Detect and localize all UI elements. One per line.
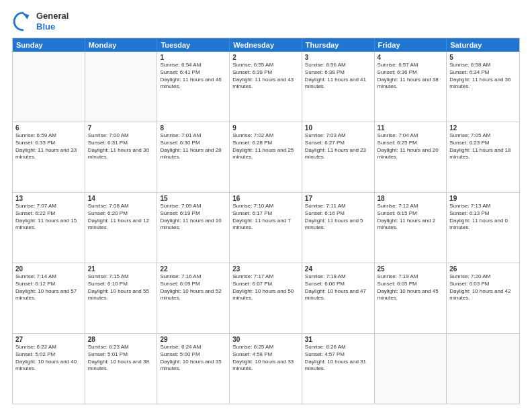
day-number: 18 [378, 195, 444, 202]
calendar-cell-r2c1: 14Sunrise: 7:08 AM Sunset: 6:20 PM Dayli… [85, 193, 158, 263]
cell-info: Sunrise: 6:59 AM Sunset: 6:33 PM Dayligh… [15, 132, 82, 161]
header: General Blue [12, 11, 520, 32]
day-number: 9 [232, 124, 299, 132]
cell-info: Sunrise: 6:23 AM Sunset: 5:01 PM Dayligh… [88, 344, 154, 373]
calendar-cell-r0c0 [13, 52, 85, 122]
day-number: 27 [15, 336, 82, 343]
calendar-cell-r1c6: 12Sunrise: 7:05 AM Sunset: 6:23 PM Dayli… [447, 122, 519, 192]
day-number: 30 [232, 336, 299, 343]
day-number: 15 [160, 195, 226, 202]
day-number: 6 [15, 124, 82, 132]
cell-info: Sunrise: 7:16 AM Sunset: 6:09 PM Dayligh… [160, 273, 226, 302]
day-number: 24 [305, 265, 371, 273]
cell-info: Sunrise: 6:58 AM Sunset: 6:34 PM Dayligh… [449, 62, 517, 91]
calendar-cell-r2c5: 18Sunrise: 7:12 AM Sunset: 6:15 PM Dayli… [375, 193, 447, 263]
cell-info: Sunrise: 7:02 AM Sunset: 6:28 PM Dayligh… [232, 132, 299, 161]
cell-info: Sunrise: 6:22 AM Sunset: 5:02 PM Dayligh… [15, 344, 82, 373]
cell-info: Sunrise: 6:55 AM Sunset: 6:39 PM Dayligh… [232, 62, 299, 91]
calendar-cell-r1c2: 8Sunrise: 7:01 AM Sunset: 6:30 PM Daylig… [157, 122, 230, 192]
header-day-monday: Monday [85, 38, 158, 52]
cell-info: Sunrise: 6:57 AM Sunset: 6:36 PM Dayligh… [378, 62, 444, 91]
calendar-cell-r3c5: 25Sunrise: 7:19 AM Sunset: 6:05 PM Dayli… [375, 263, 447, 333]
cell-info: Sunrise: 7:10 AM Sunset: 6:17 PM Dayligh… [232, 203, 299, 232]
day-number: 25 [378, 265, 444, 273]
calendar-header: SundayMondayTuesdayWednesdayThursdayFrid… [13, 38, 519, 52]
day-number: 7 [88, 124, 154, 132]
day-number: 10 [305, 124, 371, 132]
logo: General Blue [12, 11, 69, 32]
calendar-cell-r0c5: 4Sunrise: 6:57 AM Sunset: 6:36 PM Daylig… [375, 52, 447, 122]
calendar-row-4: 27Sunrise: 6:22 AM Sunset: 5:02 PM Dayli… [13, 334, 519, 404]
day-number: 17 [305, 195, 371, 202]
cell-info: Sunrise: 7:12 AM Sunset: 6:15 PM Dayligh… [378, 203, 444, 232]
day-number: 20 [15, 265, 82, 273]
cell-info: Sunrise: 7:20 AM Sunset: 6:03 PM Dayligh… [449, 273, 517, 302]
day-number: 2 [232, 54, 299, 61]
cell-info: Sunrise: 7:01 AM Sunset: 6:30 PM Dayligh… [160, 132, 226, 161]
calendar-cell-r0c1 [85, 52, 158, 122]
day-number: 31 [305, 336, 371, 343]
day-number: 14 [88, 195, 154, 202]
calendar-cell-r1c1: 7Sunrise: 7:00 AM Sunset: 6:31 PM Daylig… [85, 122, 158, 192]
header-day-tuesday: Tuesday [157, 38, 230, 52]
calendar-cell-r2c3: 16Sunrise: 7:10 AM Sunset: 6:17 PM Dayli… [230, 193, 302, 263]
cell-info: Sunrise: 7:08 AM Sunset: 6:20 PM Dayligh… [88, 203, 154, 232]
day-number: 3 [305, 54, 371, 61]
calendar-cell-r3c1: 21Sunrise: 7:15 AM Sunset: 6:10 PM Dayli… [85, 263, 158, 333]
cell-info: Sunrise: 7:11 AM Sunset: 6:16 PM Dayligh… [305, 203, 371, 232]
calendar-cell-r2c2: 15Sunrise: 7:09 AM Sunset: 6:19 PM Dayli… [157, 193, 230, 263]
calendar-body: 1Sunrise: 6:54 AM Sunset: 6:41 PM Daylig… [13, 52, 519, 404]
day-number: 5 [449, 54, 517, 61]
calendar-cell-r3c6: 26Sunrise: 7:20 AM Sunset: 6:03 PM Dayli… [447, 263, 519, 333]
cell-info: Sunrise: 7:17 AM Sunset: 6:07 PM Dayligh… [232, 273, 299, 302]
day-number: 1 [160, 54, 226, 61]
calendar-cell-r0c6: 5Sunrise: 6:58 AM Sunset: 6:34 PM Daylig… [447, 52, 519, 122]
day-number: 28 [88, 336, 154, 343]
calendar-cell-r0c4: 3Sunrise: 6:56 AM Sunset: 6:38 PM Daylig… [302, 52, 375, 122]
calendar-cell-r4c4: 31Sunrise: 6:26 AM Sunset: 4:57 PM Dayli… [302, 334, 375, 404]
cell-info: Sunrise: 7:03 AM Sunset: 6:27 PM Dayligh… [305, 132, 371, 161]
calendar-cell-r0c3: 2Sunrise: 6:55 AM Sunset: 6:39 PM Daylig… [230, 52, 302, 122]
cell-info: Sunrise: 6:26 AM Sunset: 4:57 PM Dayligh… [305, 344, 371, 373]
calendar-row-3: 20Sunrise: 7:14 AM Sunset: 6:12 PM Dayli… [13, 263, 519, 334]
cell-info: Sunrise: 7:19 AM Sunset: 6:05 PM Dayligh… [378, 273, 444, 302]
calendar-cell-r0c2: 1Sunrise: 6:54 AM Sunset: 6:41 PM Daylig… [157, 52, 230, 122]
cell-info: Sunrise: 7:15 AM Sunset: 6:10 PM Dayligh… [88, 273, 154, 302]
header-day-saturday: Saturday [447, 38, 519, 52]
header-day-sunday: Sunday [13, 38, 85, 52]
logo-icon [12, 11, 34, 32]
header-day-wednesday: Wednesday [230, 38, 302, 52]
calendar-cell-r1c5: 11Sunrise: 7:04 AM Sunset: 6:25 PM Dayli… [375, 122, 447, 192]
calendar-cell-r3c3: 23Sunrise: 7:17 AM Sunset: 6:07 PM Dayli… [230, 263, 302, 333]
calendar-row-2: 13Sunrise: 7:07 AM Sunset: 6:22 PM Dayli… [13, 193, 519, 263]
day-number: 19 [449, 195, 517, 202]
cell-info: Sunrise: 6:25 AM Sunset: 4:58 PM Dayligh… [232, 344, 299, 373]
calendar-cell-r1c3: 9Sunrise: 7:02 AM Sunset: 6:28 PM Daylig… [230, 122, 302, 192]
header-day-friday: Friday [375, 38, 447, 52]
calendar-cell-r4c2: 29Sunrise: 6:24 AM Sunset: 5:00 PM Dayli… [157, 334, 230, 404]
day-number: 29 [160, 336, 226, 343]
cell-info: Sunrise: 7:07 AM Sunset: 6:22 PM Dayligh… [15, 203, 82, 232]
cell-info: Sunrise: 7:14 AM Sunset: 6:12 PM Dayligh… [15, 273, 82, 302]
day-number: 12 [449, 124, 517, 132]
cell-info: Sunrise: 6:54 AM Sunset: 6:41 PM Dayligh… [160, 62, 226, 91]
cell-info: Sunrise: 6:24 AM Sunset: 5:00 PM Dayligh… [160, 344, 226, 373]
calendar-cell-r2c0: 13Sunrise: 7:07 AM Sunset: 6:22 PM Dayli… [13, 193, 85, 263]
cell-info: Sunrise: 6:56 AM Sunset: 6:38 PM Dayligh… [305, 62, 371, 91]
logo-blue-text: Blue [36, 21, 69, 32]
calendar: SundayMondayTuesdayWednesdayThursdayFrid… [12, 38, 520, 404]
calendar-cell-r4c6 [447, 334, 519, 404]
calendar-cell-r3c2: 22Sunrise: 7:16 AM Sunset: 6:09 PM Dayli… [157, 263, 230, 333]
calendar-cell-r4c0: 27Sunrise: 6:22 AM Sunset: 5:02 PM Dayli… [13, 334, 85, 404]
day-number: 8 [160, 124, 226, 132]
calendar-row-1: 6Sunrise: 6:59 AM Sunset: 6:33 PM Daylig… [13, 122, 519, 193]
cell-info: Sunrise: 7:09 AM Sunset: 6:19 PM Dayligh… [160, 203, 226, 232]
cell-info: Sunrise: 7:04 AM Sunset: 6:25 PM Dayligh… [378, 132, 444, 161]
day-number: 22 [160, 265, 226, 273]
calendar-cell-r1c4: 10Sunrise: 7:03 AM Sunset: 6:27 PM Dayli… [302, 122, 375, 192]
svg-marker-0 [23, 13, 30, 19]
calendar-cell-r1c0: 6Sunrise: 6:59 AM Sunset: 6:33 PM Daylig… [13, 122, 85, 192]
calendar-cell-r4c1: 28Sunrise: 6:23 AM Sunset: 5:01 PM Dayli… [85, 334, 158, 404]
cell-info: Sunrise: 7:13 AM Sunset: 6:13 PM Dayligh… [449, 203, 517, 232]
day-number: 26 [449, 265, 517, 273]
